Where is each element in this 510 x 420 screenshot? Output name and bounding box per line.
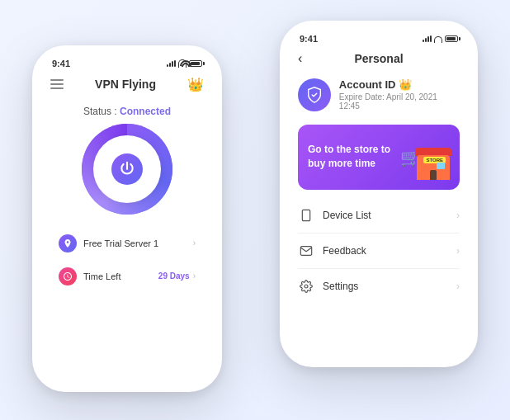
server-chevron: › [193,238,196,248]
account-crown: 👑 [399,78,412,91]
wifi-icon [178,59,187,68]
settings-label: Settings [323,281,358,292]
status-label: Status : [83,106,120,117]
server-item[interactable]: Free Trial Server 1 › [50,228,204,259]
right-battery-icon [445,35,458,42]
time-chevron: › [193,271,196,281]
connection-status: Status : Connected [39,106,215,117]
device-list-item[interactable]: Device List › [298,198,460,234]
right-time: 9:41 [300,34,318,44]
personal-title: Personal [354,52,403,65]
store-banner[interactable]: Go to the store to buy more time 🛒 STORE [298,125,460,190]
feedback-chevron: › [456,245,460,257]
hamburger-menu[interactable] [50,79,64,89]
power-button[interactable] [111,153,143,185]
right-header: ‹ Personal [286,47,471,70]
device-chevron: › [456,210,460,221]
power-circle-outer [82,124,172,215]
left-status-icons [167,59,202,68]
time-label: Time Left [83,271,120,281]
device-icon [298,207,314,224]
account-id: Account ID 👑 [339,78,460,91]
left-menu: Free Trial Server 1 › Time Left 29 Days … [39,221,215,299]
settings-icon [298,278,314,295]
account-section: Account ID 👑 Expire Date: April 20, 2021… [286,70,471,120]
status-value: Connected [120,106,171,117]
back-button[interactable]: ‹ [298,51,302,66]
right-menu: Device List › Feedback › [286,195,471,307]
svg-rect-1 [302,210,309,220]
server-label: Free Trial Server 1 [83,238,158,248]
settings-item[interactable]: Settings › [298,269,460,304]
device-label: Device List [323,210,371,221]
store-door [430,170,437,180]
right-status-bar: 9:41 [286,27,471,47]
right-signal-icon [423,35,432,42]
power-circle-inner [93,135,161,203]
svg-point-3 [305,285,308,288]
feedback-icon [298,243,314,259]
account-info: Account ID 👑 Expire Date: April 20, 2021… [339,78,460,111]
feedback-label: Feedback [323,245,366,257]
expire-date: Expire Date: April 20, 2021 12:45 [339,92,460,111]
store-illustration: 🛒 STORE [400,134,450,180]
battery-icon [189,60,202,67]
time-item[interactable]: Time Left 29 Days › [50,261,204,292]
right-wifi-icon [434,36,442,43]
power-circle-container [39,124,215,215]
right-status-icons [423,35,458,43]
time-value: 29 Days [158,271,190,281]
right-phone: 9:41 ‹ Personal [280,21,478,367]
banner-text: Go to the store to buy more time [308,143,400,171]
store-window [437,163,445,169]
clock-icon [59,267,77,286]
store-building: STORE [417,155,450,180]
left-time: 9:41 [52,59,70,68]
signal-icon [167,60,176,67]
phones-container: 9:41 VPN Flying 👑 Status : Connected [16,12,494,408]
feedback-item[interactable]: Feedback › [298,234,460,269]
left-header: VPN Flying 👑 [39,72,215,97]
settings-chevron: › [456,281,460,292]
account-avatar [298,78,331,111]
crown-icon: 👑 [187,77,204,92]
app-title: VPN Flying [95,78,156,91]
left-phone: 9:41 VPN Flying 👑 Status : Connected [32,45,222,392]
notch [102,52,152,65]
location-icon [59,234,77,252]
